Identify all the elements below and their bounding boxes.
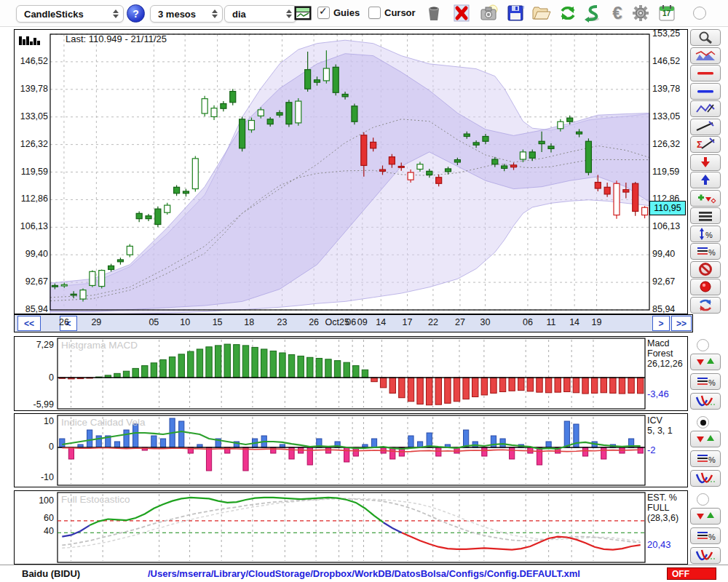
x-axis-label: 22 <box>428 317 438 327</box>
arrow-up-icon <box>695 173 716 187</box>
lines-percent-button[interactable]: % <box>690 243 721 260</box>
stoch-watermark: Full Estocastico <box>61 494 130 505</box>
period-value: 3 mesos <box>158 9 196 20</box>
y-axis-label: 99,40 <box>652 249 675 259</box>
chart-type-dropdown[interactable]: CandleSticks <box>16 5 124 23</box>
scroll-end-button[interactable]: >> <box>671 316 692 331</box>
macd-ymin-label: -5,99 <box>16 399 54 410</box>
x-axis-label: 27 <box>455 317 465 327</box>
macd-curve-icon <box>695 471 716 485</box>
blue-line-button[interactable] <box>690 83 721 100</box>
y-axis-label: 99,40 <box>16 249 48 259</box>
arrows-up-down-button[interactable] <box>690 431 721 447</box>
icv-radio-button[interactable] <box>697 416 709 428</box>
vertical-range-percent-icon: % <box>695 227 716 241</box>
settings-gear-icon[interactable] <box>630 3 651 23</box>
refresh-icon[interactable] <box>558 3 578 23</box>
arrows-up-down-button[interactable] <box>690 508 721 525</box>
main-chart-canvas[interactable] <box>15 30 687 314</box>
guies-checkbox[interactable] <box>317 7 330 19</box>
icv-ymax-label: 10 <box>16 416 54 426</box>
trash-icon[interactable] <box>424 3 444 23</box>
arrows-up-down-icon <box>695 509 716 523</box>
record-button[interactable] <box>690 279 721 295</box>
help-button[interactable]: ? <box>127 4 145 23</box>
sync-icon[interactable] <box>582 3 603 23</box>
trendline-draw-button[interactable] <box>690 119 721 135</box>
x-axis-label: 14 <box>376 317 386 327</box>
y-axis-label: 106,13 <box>16 221 48 231</box>
main-chart-panel: Last: 110.949 - 21/11/25 146,52139,78133… <box>14 29 688 314</box>
stoch-name: EST. %FULL(28,3,6) <box>647 493 678 523</box>
lines-percent-button[interactable]: % <box>690 450 721 467</box>
stochastic-panel: Full Estocastico 100 60 40 EST. %FULL(28… <box>14 490 688 565</box>
y-axis-label: 112,86 <box>16 194 48 204</box>
macd-curve-button[interactable] <box>690 547 721 564</box>
open-folder-icon[interactable] <box>531 3 552 23</box>
arrow-down-button[interactable] <box>690 154 721 171</box>
stoch-k-line <box>402 533 641 549</box>
y-axis-label: 85,94 <box>652 304 675 314</box>
svg-text:%: % <box>708 248 716 257</box>
icv-bars <box>60 418 644 471</box>
svg-text:%: % <box>708 455 716 464</box>
lines-percent-button[interactable]: % <box>690 373 721 390</box>
cursor-checkbox[interactable] <box>368 7 381 19</box>
arrows-up-down-button[interactable] <box>690 354 721 370</box>
stoch-k-line <box>384 522 402 533</box>
cursor-checkbox-row: Cursor <box>368 7 416 19</box>
svg-text:%: % <box>705 231 713 239</box>
macd-bars <box>59 344 644 405</box>
zoom-icon <box>695 31 716 44</box>
zigzag-draw-button[interactable] <box>690 100 721 117</box>
snapshot-icon[interactable] <box>479 3 499 23</box>
add-signal-button[interactable] <box>690 190 721 207</box>
x-axis-strip: << < 2629051015182326Oct2506091417222730… <box>14 314 693 332</box>
indicator-chart-button[interactable] <box>690 47 721 64</box>
red-line-button[interactable] <box>690 65 721 81</box>
y-axis-label: 92,67 <box>16 276 48 287</box>
macd-curve-button[interactable] <box>690 393 721 410</box>
arrow-down-icon <box>695 156 716 170</box>
macd-curve-button[interactable] <box>690 470 721 487</box>
trendline-draw-icon <box>695 120 716 134</box>
vertical-range-percent-button[interactable]: % <box>690 226 721 242</box>
add-signal-icon <box>695 191 716 205</box>
calendar-icon[interactable]: 17 <box>657 3 677 23</box>
macd-radio-button[interactable] <box>697 339 709 351</box>
toolbar-radio-button[interactable] <box>693 7 706 20</box>
sum-trend-button[interactable]: Σ <box>690 136 721 153</box>
refresh-small-button[interactable] <box>690 297 721 314</box>
scroll-right-button[interactable]: > <box>652 316 670 331</box>
arrow-up-button[interactable] <box>690 172 721 188</box>
save-icon[interactable] <box>505 3 526 23</box>
record-icon <box>695 280 716 294</box>
delete-icon[interactable] <box>451 3 472 23</box>
levels-button[interactable] <box>690 207 721 224</box>
period-dropdown[interactable]: 3 mesos <box>150 5 223 23</box>
chart-window-icon[interactable] <box>294 6 312 20</box>
svg-text:Σ: Σ <box>697 139 703 150</box>
zoom-button[interactable] <box>690 29 721 46</box>
scroll-start-button[interactable]: << <box>17 316 41 331</box>
lines-percent-button[interactable]: % <box>690 527 721 544</box>
euro-icon[interactable]: € <box>607 3 628 23</box>
x-axis-label: 14 <box>569 317 579 327</box>
timeframe-dropdown[interactable]: dia <box>224 5 297 23</box>
icv-green-line <box>62 431 640 449</box>
stoch-radio-button[interactable] <box>697 493 709 506</box>
stoch-100-label: 100 <box>16 495 54 506</box>
icv-name: ICV5, 3, 1 <box>647 415 673 436</box>
y-axis-label: 146,52 <box>16 56 48 66</box>
x-axis-label: 26 <box>59 317 69 327</box>
stoch-k-line <box>62 525 90 537</box>
arrows-up-down-icon <box>695 432 716 446</box>
icv-ymin-label: -10 <box>16 472 54 482</box>
volume-histogram-icon <box>19 34 40 45</box>
off-toggle-button[interactable]: OFF <box>667 567 716 580</box>
x-axis-label: 06 <box>523 317 533 327</box>
config-path[interactable]: /Users/mserra/Library/CloudStorage/Dropb… <box>0 568 728 579</box>
forbidden-button[interactable] <box>690 261 721 278</box>
macd-curve-icon <box>695 549 716 562</box>
x-axis-label: 06 <box>346 317 356 327</box>
